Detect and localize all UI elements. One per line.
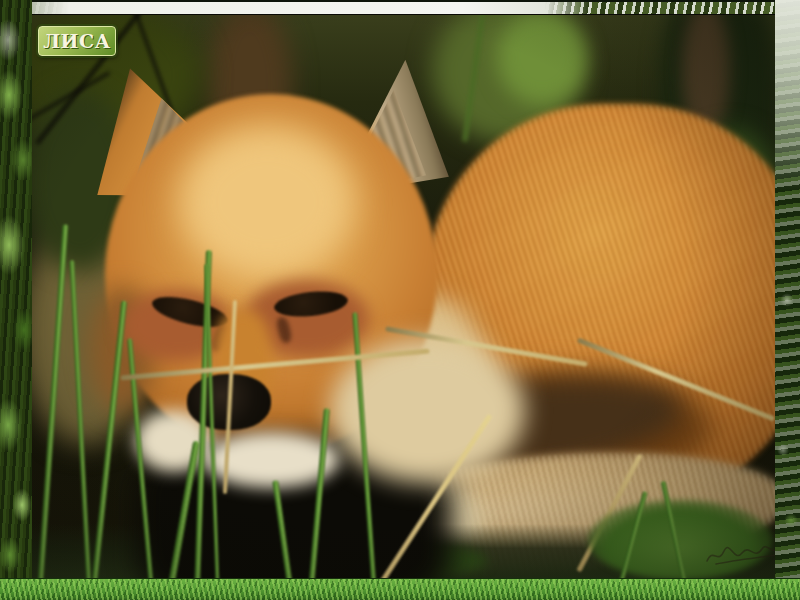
fox-photo: [32, 12, 775, 578]
frame-top-birch: [32, 0, 775, 15]
photo-vignette: [32, 12, 775, 578]
frame-left-foliage: [0, 0, 32, 578]
slide: ЛИСА: [0, 0, 800, 600]
frame-right-foliage: [775, 0, 800, 578]
frame-bottom-grass: [0, 578, 800, 600]
title-label: ЛИСА: [38, 26, 116, 56]
